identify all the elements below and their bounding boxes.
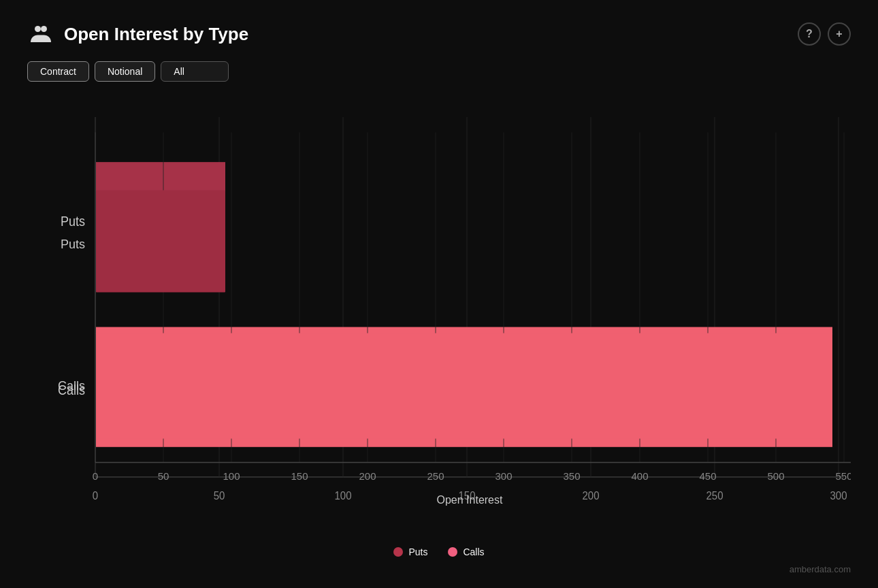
chart-svg-container: Puts Calls 0 50 100 150 200 250 300 [27, 102, 851, 537]
puts-bar-rect [96, 191, 225, 293]
chart-legend: Puts Calls [27, 537, 851, 561]
footer: amberdata.com [27, 561, 851, 574]
svg-text:550: 550 [835, 470, 851, 482]
header-right: ? + [798, 22, 851, 46]
notional-filter-button[interactable]: Notional [95, 61, 155, 82]
add-button[interactable]: + [828, 22, 851, 46]
calls-legend-label: Calls [463, 546, 484, 557]
calls-bar-rect [96, 333, 832, 439]
svg-text:100: 100 [223, 470, 240, 482]
svg-text:400: 400 [631, 470, 648, 482]
legend-puts: Puts [393, 546, 427, 557]
chart-area: Puts Calls 0 50 100 150 200 250 300 [27, 95, 851, 561]
page-title: Open Interest by Type [64, 24, 248, 45]
group-icon [27, 20, 54, 48]
legend-calls: Calls [448, 546, 484, 557]
chart-wrapper: Puts Calls 0 50 100 150 200 250 300 [27, 102, 851, 561]
svg-text:Calls: Calls [58, 379, 85, 393]
svg-text:150: 150 [291, 470, 308, 482]
svg-text:0: 0 [93, 470, 98, 482]
header: Open Interest by Type ? + [27, 20, 851, 48]
svg-text:Open Interest: Open Interest [437, 494, 504, 506]
contract-filter-button[interactable]: Contract [27, 61, 89, 82]
svg-text:Puts: Puts [61, 238, 85, 251]
attribution-text: amberdata.com [790, 564, 851, 574]
svg-text:500: 500 [767, 470, 784, 482]
svg-text:350: 350 [563, 470, 580, 482]
puts-legend-label: Puts [408, 546, 427, 557]
chart-overlay-svg: Puts Calls 0 50 100 150 200 250 300 350 … [27, 102, 851, 537]
svg-point-0 [35, 26, 41, 32]
header-left: Open Interest by Type [27, 20, 248, 48]
all-dropdown[interactable]: All [161, 61, 229, 82]
svg-text:250: 250 [427, 470, 444, 482]
svg-text:450: 450 [699, 470, 716, 482]
puts-legend-dot [393, 547, 403, 557]
svg-text:300: 300 [495, 470, 512, 482]
svg-text:50: 50 [158, 470, 169, 482]
filters-bar: Contract Notional All [27, 61, 851, 82]
calls-legend-dot [448, 547, 457, 557]
svg-point-1 [41, 26, 47, 32]
svg-text:200: 200 [359, 470, 376, 482]
help-button[interactable]: ? [798, 22, 821, 46]
